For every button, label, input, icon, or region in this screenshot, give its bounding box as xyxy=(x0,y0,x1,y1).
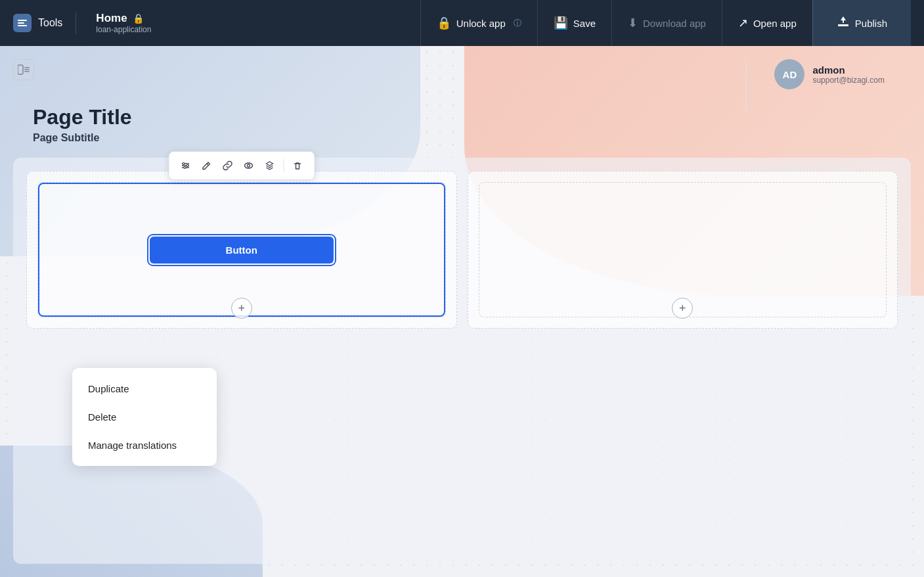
home-subtitle: loan-application xyxy=(96,25,151,34)
right-column: + xyxy=(468,171,898,329)
save-label: Save xyxy=(573,18,596,29)
svg-rect-2 xyxy=(18,25,27,26)
context-menu: Duplicate Delete Manage translations xyxy=(72,368,217,466)
svg-rect-9 xyxy=(24,71,30,72)
toolbar-delete-icon[interactable] xyxy=(288,156,307,175)
tools-label: Tools xyxy=(38,17,62,29)
save-button[interactable]: 💾 Save xyxy=(537,0,611,46)
sidebar-toggle-button[interactable] xyxy=(13,59,34,80)
svg-point-14 xyxy=(247,164,250,167)
svg-rect-6 xyxy=(18,65,23,74)
open-icon: ↗ xyxy=(738,16,748,30)
context-menu-delete[interactable]: Delete xyxy=(72,403,217,431)
tools-button[interactable]: Tools xyxy=(13,14,76,32)
page-header: Page Title Page Subtitle xyxy=(33,105,132,144)
svg-rect-8 xyxy=(24,69,30,70)
publish-label: Publish xyxy=(855,18,887,29)
unlock-app-button[interactable]: 🔒 Unlock app ⓘ xyxy=(420,0,537,46)
open-label: Open app xyxy=(753,18,797,29)
open-app-button[interactable]: ↗ Open app xyxy=(722,0,812,46)
toolbar-separator xyxy=(283,159,284,172)
download-app-button[interactable]: ⬇ Download app xyxy=(611,0,722,46)
save-icon: 💾 xyxy=(554,16,568,30)
user-info: admon support@bizagi.com xyxy=(812,64,885,85)
publish-icon xyxy=(837,15,850,32)
toolbar-edit-icon[interactable] xyxy=(196,156,216,175)
svg-marker-5 xyxy=(841,16,846,20)
publish-button[interactable]: Publish xyxy=(812,0,911,46)
tools-icon xyxy=(13,14,32,32)
left-column: Button + xyxy=(26,171,457,329)
user-card: AD admon support@bizagi.com xyxy=(774,59,885,89)
user-email: support@bizagi.com xyxy=(812,76,885,85)
page-title: Page Title xyxy=(33,105,132,129)
canvas-button-wrapper: Button xyxy=(150,237,334,264)
divider xyxy=(746,59,747,112)
svg-rect-3 xyxy=(838,24,848,26)
svg-point-11 xyxy=(187,165,188,167)
svg-point-10 xyxy=(183,163,185,165)
avatar: AD xyxy=(774,59,804,89)
page-subtitle: Page Subtitle xyxy=(33,132,132,144)
home-title: Home 🔒 xyxy=(96,12,143,25)
toolbar-preview-icon[interactable] xyxy=(238,156,258,175)
context-menu-translate[interactable]: Manage translations xyxy=(72,431,217,459)
widget-toolbar xyxy=(168,151,315,180)
svg-rect-1 xyxy=(18,22,24,24)
home-nav[interactable]: Home 🔒 loan-application xyxy=(76,12,171,34)
toolbar-settings-icon[interactable] xyxy=(175,156,195,175)
canvas-button[interactable]: Button xyxy=(150,237,334,264)
lock-icon: 🔒 xyxy=(133,13,144,24)
download-label: Download app xyxy=(643,18,706,29)
download-icon: ⬇ xyxy=(628,16,638,30)
add-row-left-button[interactable]: + xyxy=(231,298,252,319)
svg-rect-7 xyxy=(24,67,30,68)
canvas-container: Button + + xyxy=(13,158,911,564)
context-menu-duplicate[interactable]: Duplicate xyxy=(72,375,217,403)
info-icon: ⓘ xyxy=(514,18,521,29)
lock-icon: 🔒 xyxy=(437,16,451,30)
main-content: AD admon support@bizagi.com Page Title P… xyxy=(0,46,924,577)
svg-rect-0 xyxy=(18,20,27,21)
svg-point-12 xyxy=(184,167,186,169)
unlock-label: Unlock app xyxy=(456,18,506,29)
toolbar-link-icon[interactable] xyxy=(217,156,237,175)
topbar: Tools Home 🔒 loan-application 🔒 Unlock a… xyxy=(0,0,924,46)
add-row-right-button[interactable]: + xyxy=(672,298,693,319)
row-container: Button + + xyxy=(26,171,898,329)
user-name: admon xyxy=(812,64,885,76)
toolbar-transform-icon[interactable] xyxy=(259,156,279,175)
svg-point-13 xyxy=(244,163,252,168)
